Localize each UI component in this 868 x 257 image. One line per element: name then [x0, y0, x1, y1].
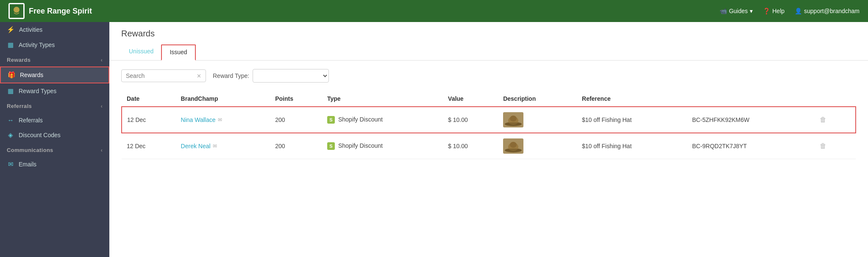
logo-icon	[8, 3, 25, 19]
brandchamp-link[interactable]: Nina Wallace ✉	[181, 116, 265, 123]
discount-codes-icon: ◈	[7, 131, 14, 139]
cell-image	[498, 133, 577, 159]
svg-point-8	[510, 142, 517, 148]
help-icon: ❓	[763, 8, 770, 14]
rewards-icon: 🎁	[8, 71, 16, 79]
header-nav: 📹 Guides ▾ ❓ Help 👤 support@brandcham	[720, 8, 860, 14]
cell-delete: 🗑	[811, 107, 856, 133]
reward-type-label: Reward Type:	[213, 72, 249, 79]
email-icon: ✉	[218, 117, 222, 123]
sidebar: ⚡ Activities ▦ Activity Types Rewards ‹ …	[0, 22, 109, 257]
filters-bar: ✕ Reward Type: Shopify Discount	[121, 69, 856, 83]
col-points: Points	[270, 91, 322, 107]
delete-button[interactable]: 🗑	[816, 141, 830, 152]
sidebar-item-referrals[interactable]: ↔ Referrals	[0, 113, 109, 127]
cell-delete: 🗑	[811, 133, 856, 159]
sidebar-item-activity-types[interactable]: ▦ Activity Types	[0, 37, 109, 53]
referrals-chevron-icon: ‹	[101, 103, 103, 109]
delete-button[interactable]: 🗑	[816, 114, 830, 125]
cell-reference: BC-9RQD2TK7J8YT	[687, 133, 811, 159]
table-row: 12 Dec Derek Neal ✉ 200 S Shopify Discou…	[122, 133, 856, 159]
cell-image	[498, 107, 577, 133]
user-icon: 👤	[795, 8, 802, 14]
svg-point-1	[14, 7, 19, 13]
sidebar-item-label: Activity Types	[19, 41, 55, 48]
page-header: Rewards Unissued Issued	[109, 22, 868, 61]
search-box: ✕	[121, 69, 206, 82]
sidebar-item-label: Rewards	[20, 72, 43, 78]
search-input[interactable]	[126, 72, 194, 79]
col-value: Value	[443, 91, 498, 107]
app-header: Free Range Spirit 📹 Guides ▾ ❓ Help 👤 su…	[0, 0, 868, 22]
svg-point-4	[510, 116, 517, 122]
cell-value: $ 10.00	[443, 107, 498, 133]
cell-description: $10 off Fishing Hat	[577, 133, 687, 159]
cell-type: S Shopify Discount	[322, 107, 443, 133]
col-description: Description	[498, 91, 577, 107]
communications-section-label: Communications	[7, 147, 53, 153]
svg-point-5	[505, 122, 522, 126]
col-actions	[687, 91, 811, 107]
rewards-chevron-icon: ‹	[101, 57, 103, 63]
content-area: ✕ Reward Type: Shopify Discount Date Bra…	[109, 61, 868, 257]
communications-chevron-icon: ‹	[101, 147, 103, 153]
rewards-section-label: Rewards	[7, 57, 31, 63]
svg-point-9	[505, 149, 522, 152]
cell-value: $ 10.00	[443, 133, 498, 159]
video-icon: 📹	[720, 8, 727, 14]
col-date: Date	[122, 91, 176, 107]
cell-type: S Shopify Discount	[322, 133, 443, 159]
table-header-row: Date BrandChamp Points Type Value Descri…	[122, 91, 856, 107]
cell-points: 200	[270, 107, 322, 133]
tab-issued[interactable]: Issued	[161, 44, 195, 61]
reward-types-icon: ▦	[7, 87, 14, 95]
app-name: Free Range Spirit	[29, 7, 92, 16]
cell-description: $10 off Fishing Hat	[577, 107, 687, 133]
page-title: Rewards	[121, 29, 856, 39]
product-image	[503, 112, 523, 127]
emails-icon: ✉	[7, 160, 14, 168]
cell-date: 12 Dec	[122, 133, 176, 159]
activities-icon: ⚡	[7, 26, 15, 33]
main-layout: ⚡ Activities ▦ Activity Types Rewards ‹ …	[0, 22, 868, 257]
sidebar-item-discount-codes[interactable]: ◈ Discount Codes	[0, 127, 109, 143]
tab-unissued[interactable]: Unissued	[121, 44, 161, 61]
sidebar-item-emails[interactable]: ✉ Emails	[0, 157, 109, 172]
shopify-icon: S	[327, 142, 335, 150]
sidebar-item-activities[interactable]: ⚡ Activities	[0, 22, 109, 37]
communications-section-header[interactable]: Communications ‹	[0, 143, 109, 157]
brandchamp-link[interactable]: Derek Neal ✉	[181, 143, 265, 149]
sidebar-item-label: Activities	[19, 26, 42, 33]
help-link[interactable]: ❓ Help	[763, 8, 785, 14]
app-logo: Free Range Spirit	[8, 3, 720, 19]
cell-reference: BC-5ZHFKK92KM6W	[687, 107, 811, 133]
activity-types-icon: ▦	[7, 41, 14, 49]
reward-type-filter: Reward Type: Shopify Discount	[213, 69, 329, 83]
col-brandchamp: BrandChamp	[176, 91, 270, 107]
rewards-section-header[interactable]: Rewards ‹	[0, 53, 109, 66]
sidebar-item-rewards[interactable]: 🎁 Rewards	[0, 66, 109, 83]
sidebar-item-reward-types[interactable]: ▦ Reward Types	[0, 83, 109, 99]
main-content: Rewards Unissued Issued ✕ Reward Type:	[109, 22, 868, 257]
cell-brandchamp: Derek Neal ✉	[176, 133, 270, 159]
rewards-table: Date BrandChamp Points Type Value Descri…	[121, 91, 856, 159]
clear-icon[interactable]: ✕	[197, 73, 201, 79]
referrals-section-label: Referrals	[7, 103, 32, 109]
sidebar-item-label: Emails	[19, 161, 36, 168]
guides-link[interactable]: 📹 Guides ▾	[720, 8, 753, 14]
table-row: 12 Dec Nina Wallace ✉ 200 S Shopify Disc…	[122, 107, 856, 133]
product-image	[503, 138, 523, 154]
tab-bar: Unissued Issued	[121, 44, 856, 60]
sidebar-item-label: Reward Types	[19, 88, 56, 94]
reward-type-select[interactable]: Shopify Discount	[253, 69, 329, 83]
shopify-icon: S	[327, 116, 335, 124]
sidebar-item-label: Discount Codes	[19, 132, 61, 138]
chevron-down-icon: ▾	[750, 8, 753, 14]
cell-brandchamp: Nina Wallace ✉	[176, 107, 270, 133]
cell-points: 200	[270, 133, 322, 159]
col-reference: Reference	[577, 91, 687, 107]
referrals-section-header[interactable]: Referrals ‹	[0, 99, 109, 113]
col-type: Type	[322, 91, 443, 107]
user-link[interactable]: 👤 support@brandcham	[795, 8, 860, 14]
email-icon: ✉	[213, 143, 217, 149]
